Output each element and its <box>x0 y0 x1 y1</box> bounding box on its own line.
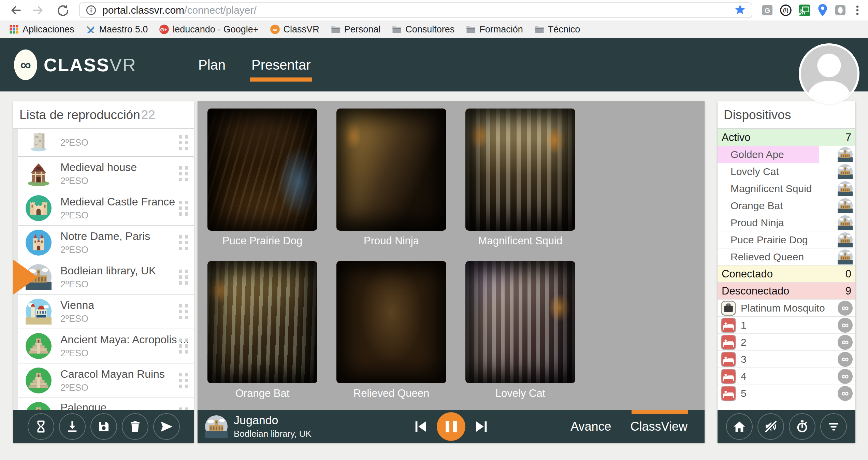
bookmark-maestro[interactable]: Maestro 5.0 <box>86 24 148 35</box>
device-row-disconnected[interactable]: 1 ∞ <box>718 317 855 334</box>
bookmark-classvr[interactable]: ∞ ClassVR <box>270 24 319 35</box>
tab-presentar[interactable]: Presentar <box>251 57 310 73</box>
g-extension-icon[interactable]: G <box>761 4 773 16</box>
url-bar[interactable]: portal.classvr.com/connect/player/ <box>79 2 752 18</box>
infinity-status-icon[interactable]: ∞ <box>838 352 853 367</box>
playlist-item-subtitle: 2ºESO <box>60 279 156 290</box>
classview-button[interactable]: ClassView <box>631 419 688 434</box>
oval-extension-icon[interactable] <box>834 4 847 16</box>
apps-grid-icon <box>9 24 19 34</box>
save-button[interactable] <box>90 413 117 440</box>
bookmark-tecnico[interactable]: Técnico <box>534 24 580 35</box>
infinity-status-icon[interactable]: ∞ <box>838 386 853 401</box>
delete-button[interactable] <box>122 413 148 440</box>
scene-label: Relieved Queen <box>336 387 446 400</box>
infinity-status-icon[interactable]: ∞ <box>838 369 853 384</box>
svg-text:G: G <box>765 6 770 14</box>
drag-handle-icon[interactable] <box>179 339 188 354</box>
filter-button[interactable] <box>820 413 847 440</box>
bookmark-consultores[interactable]: Consultores <box>392 24 454 35</box>
avatar[interactable] <box>801 45 857 102</box>
bookmark-personal[interactable]: Personal <box>331 24 381 35</box>
bookmark-leducando[interactable]: G+ leducando - Google+ <box>159 24 258 35</box>
playlist-item-subtitle: 2ºESO <box>60 138 88 148</box>
back-icon[interactable] <box>8 3 23 18</box>
section-conectado[interactable]: Conectado 0 <box>718 265 855 283</box>
bookmark-label: ClassVR <box>284 24 319 35</box>
bed-icon <box>721 386 736 401</box>
playlist-row[interactable]: Medieval house 2ºESO <box>18 157 194 191</box>
home-button[interactable] <box>726 413 753 440</box>
scene-thumbnail[interactable] <box>207 109 317 231</box>
cast-extension-icon[interactable] <box>798 4 811 17</box>
url-text[interactable]: portal.classvr.com/connect/player/ <box>102 4 257 16</box>
device-row-disconnected[interactable]: Platinum Mosquito ∞ <box>718 300 855 317</box>
drag-handle-icon[interactable] <box>179 166 188 181</box>
playlist-count: 22 <box>141 108 155 122</box>
privacy-extension-icon[interactable]: (!) <box>779 4 792 17</box>
drag-handle-icon[interactable] <box>179 135 188 150</box>
device-row[interactable]: Relieved Queen <box>718 248 855 265</box>
devices-panel: Dispositivos Activo 7 Golden Ape Lovely … <box>718 101 855 443</box>
browser-menu-icon[interactable] <box>852 4 863 16</box>
drag-handle-icon[interactable] <box>179 304 188 319</box>
folder-icon <box>331 24 341 34</box>
reload-icon[interactable] <box>55 3 70 18</box>
playlist-row[interactable]: 2ºESO <box>18 129 194 157</box>
bookmark-formacion[interactable]: Formación <box>466 24 523 35</box>
download-button[interactable] <box>59 413 86 440</box>
drag-handle-icon[interactable] <box>179 235 188 250</box>
playlist-row-now-playing[interactable]: Bodleian library, UK 2ºESO <box>18 260 194 294</box>
playlist-item-subtitle: 2ºESO <box>60 210 175 221</box>
scene-thumbnail[interactable] <box>336 109 446 231</box>
device-row-disconnected[interactable]: 5 ∞ <box>718 385 855 402</box>
scene-thumbnail[interactable] <box>465 261 575 383</box>
section-desconectado[interactable]: Desconectado 9 <box>718 283 855 300</box>
playlist-row[interactable]: Ancient Maya: Acropolis ... 2ºESO <box>18 329 194 363</box>
playlist-row[interactable]: Vienna 2ºESO <box>18 294 194 329</box>
playlist-row[interactable]: Caracol Mayan Ruins 2ºESO <box>18 363 194 398</box>
playlist-row[interactable]: Notre Dame, Paris 2ºESO <box>18 226 194 260</box>
scene-thumbnail[interactable] <box>207 261 317 383</box>
drag-handle-icon[interactable] <box>179 407 188 410</box>
send-button[interactable] <box>153 413 180 440</box>
hourglass-button[interactable] <box>28 413 54 440</box>
bookmark-aplicaciones[interactable]: Aplicaciones <box>9 24 74 35</box>
page-info-icon[interactable] <box>85 4 97 16</box>
pyramid-thumbnail-icon <box>26 368 52 393</box>
playlist-title: Lista de reproducción <box>19 108 140 122</box>
infinity-status-icon[interactable]: ∞ <box>838 335 853 350</box>
device-row[interactable]: Lovely Cat <box>718 163 855 180</box>
infinity-status-icon[interactable]: ∞ <box>838 301 853 316</box>
next-button[interactable] <box>474 419 489 434</box>
folder-icon <box>534 24 545 34</box>
classvr-infinity-icon: ∞ <box>270 24 280 34</box>
previous-button[interactable] <box>413 419 429 434</box>
scene-thumbnail[interactable] <box>336 261 446 383</box>
device-row-disconnected[interactable]: 4 ∞ <box>718 368 855 385</box>
device-row[interactable]: Golden Ape <box>718 146 855 163</box>
map-pin-extension-icon[interactable] <box>817 3 828 17</box>
device-row[interactable]: Orange Bat <box>718 197 855 214</box>
avance-button[interactable]: Avance <box>570 419 611 434</box>
infinity-status-icon[interactable]: ∞ <box>838 318 853 333</box>
device-row-disconnected[interactable]: 3 ∞ <box>718 351 855 368</box>
drag-handle-icon[interactable] <box>179 270 188 285</box>
mute-button[interactable] <box>757 413 784 440</box>
forward-icon[interactable] <box>31 3 46 18</box>
pause-button[interactable] <box>437 412 465 441</box>
bookmark-star-icon[interactable] <box>734 3 746 17</box>
device-row[interactable]: Puce Prairie Dog <box>718 231 855 248</box>
timer-button[interactable] <box>789 413 815 440</box>
scene-thumbnail[interactable] <box>465 109 575 231</box>
device-row[interactable]: Magnificent Squid <box>718 180 855 197</box>
section-activo[interactable]: Activo 7 <box>718 129 855 146</box>
drag-handle-icon[interactable] <box>179 201 188 216</box>
tab-plan[interactable]: Plan <box>198 57 226 73</box>
bookmark-label: Consultores <box>405 24 454 35</box>
drag-handle-icon[interactable] <box>179 373 188 388</box>
device-row[interactable]: Proud Ninja <box>718 214 855 231</box>
device-row-disconnected[interactable]: 2 ∞ <box>718 334 855 351</box>
playlist-row[interactable]: Medieval Castle France 2ºESO <box>18 191 194 226</box>
playlist-row[interactable]: Palenque <box>18 398 194 410</box>
